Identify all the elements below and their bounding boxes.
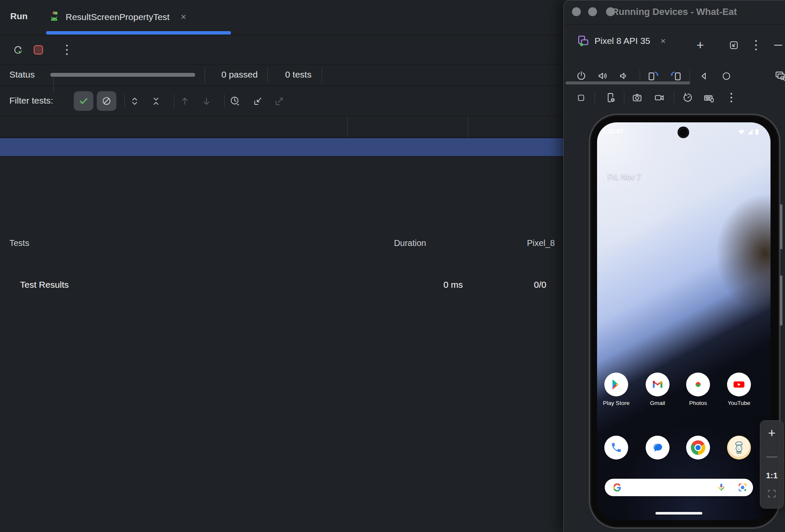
show-ignored-toggle[interactable] [97, 91, 116, 111]
app-play-store[interactable] [604, 373, 628, 396]
expand-all-button[interactable] [127, 93, 143, 109]
active-tab-underline [46, 31, 231, 35]
what-eat-icon [730, 439, 747, 456]
dock-what-eat-app[interactable] [727, 436, 751, 460]
emulator-device-frame: 11:07 Fri, Nov 7 [592, 116, 778, 526]
zoom-controls: + — 1:1 [760, 420, 784, 509]
android-studio-screen: Run ResultScreenPropertyTest × [0, 0, 785, 532]
tab-pixel-8-api-35[interactable]: Pixel 8 API 35 × [577, 29, 666, 53]
status-bar-icons [738, 129, 759, 135]
phone-icon [610, 442, 622, 454]
stop-icon [34, 45, 43, 55]
google-lens-icon[interactable] [738, 483, 747, 492]
record-screen-button[interactable] [651, 90, 667, 106]
panel-options-button[interactable] [748, 37, 764, 53]
window-header: Running Devices - What-Eat [564, 0, 785, 25]
running-devices-window: Running Devices - What-Eat Pixel 8 API 3… [563, 0, 785, 532]
rotate-left-button[interactable] [645, 68, 661, 84]
add-device-button[interactable]: + [692, 37, 708, 53]
tab-result-screen-property-test[interactable]: ResultScreenPropertyTest × [46, 4, 188, 30]
rerun-tests-button[interactable] [10, 42, 26, 58]
filter-tests-label: Filter tests: [9, 95, 53, 106]
collapse-all-button[interactable] [148, 93, 164, 109]
android-test-icon [48, 11, 61, 23]
embed-in-window-button[interactable] [726, 37, 742, 53]
app-photos[interactable] [686, 373, 710, 396]
more-options-button[interactable] [59, 42, 75, 58]
lock-date: Fri, Nov 7 [608, 173, 641, 182]
hardware-input-button[interactable] [701, 90, 717, 106]
power-button[interactable] [573, 68, 589, 84]
show-passed-toggle[interactable] [74, 91, 93, 111]
device-settings-button[interactable] [603, 90, 619, 106]
volume-down-button[interactable] [615, 68, 632, 84]
status-bar-clock: 11:07 [608, 127, 624, 135]
home-button[interactable] [718, 68, 734, 84]
import-test-results-button[interactable] [250, 93, 266, 109]
device-toolbar-row-1 [564, 62, 785, 87]
fit-to-window-button[interactable] [760, 488, 783, 499]
home-bar[interactable] [655, 512, 702, 515]
youtube-icon [732, 378, 746, 391]
dock-chrome-app[interactable] [686, 436, 710, 460]
app-label: Play Store [597, 400, 636, 406]
run-toolbar [0, 35, 563, 64]
restart-button[interactable] [680, 90, 696, 106]
table-row-test-results[interactable]: Test Results 0 ms 0/0 [0, 138, 563, 156]
overview-button[interactable] [573, 90, 589, 106]
app-gmail[interactable] [646, 373, 670, 396]
screenshot-button[interactable] [629, 90, 645, 106]
tests-count: 0 tests [273, 69, 324, 80]
device-tab-label: Pixel 8 API 35 [595, 36, 650, 46]
device-volume-key [780, 275, 782, 326]
app-youtube[interactable] [727, 373, 751, 396]
test-table-header: Tests Duration Pixel_8 [0, 116, 563, 137]
close-tab-icon[interactable]: × [181, 12, 186, 23]
tab-label: ResultScreenPropertyTest [66, 12, 170, 22]
close-device-tab-icon[interactable]: × [661, 36, 666, 46]
zoom-in-button[interactable]: + [760, 426, 783, 440]
rotate-right-button[interactable] [668, 68, 684, 84]
stop-button[interactable] [30, 42, 46, 58]
volume-up-button[interactable] [595, 68, 611, 84]
test-history-button[interactable] [227, 93, 243, 109]
gmail-icon [651, 378, 664, 391]
google-search-bar[interactable] [605, 479, 753, 496]
photos-icon [692, 378, 704, 391]
messages-icon [651, 441, 664, 454]
export-test-results-button[interactable] [271, 93, 287, 109]
column-duration[interactable]: Duration [349, 238, 426, 248]
next-failed-test-button[interactable] [198, 93, 214, 109]
device-power-key [780, 204, 782, 249]
chrome-icon [691, 440, 705, 455]
play-store-icon [610, 378, 623, 391]
voice-search-icon[interactable] [716, 483, 726, 492]
test-progress-bar [50, 73, 195, 77]
google-g-icon [612, 483, 622, 493]
dock-phone-app[interactable] [604, 436, 628, 460]
zoom-ratio-label: 1:1 [760, 471, 783, 480]
tool-window-title: Run [10, 11, 28, 21]
more-device-actions-button[interactable] [723, 90, 739, 106]
virtual-device-icon [577, 35, 589, 47]
column-device[interactable]: Pixel_8 [470, 238, 555, 248]
device-screen[interactable]: 11:07 Fri, Nov 7 [597, 122, 771, 520]
signal-icon [747, 129, 753, 135]
back-button[interactable] [696, 68, 712, 84]
test-name: Test Results [20, 280, 69, 290]
test-result-count: 0/0 [469, 280, 546, 290]
hide-panel-button[interactable] [770, 37, 785, 53]
app-label: Gmail [638, 400, 677, 406]
dock-messages-app[interactable] [646, 436, 670, 460]
front-camera [678, 127, 689, 138]
device-toolbar-row-2 [564, 86, 785, 110]
battery-icon [755, 129, 759, 135]
app-label: YouTube [719, 400, 759, 406]
app-label: Photos [678, 400, 718, 406]
screen-share-button[interactable] [772, 68, 785, 84]
column-tests[interactable]: Tests [9, 238, 29, 248]
zoom-out-button[interactable]: — [760, 450, 783, 463]
test-duration: 0 ms [384, 280, 463, 290]
previous-failed-test-button[interactable] [176, 93, 193, 109]
device-tab-bar: Pixel 8 API 35 × + [564, 25, 785, 57]
